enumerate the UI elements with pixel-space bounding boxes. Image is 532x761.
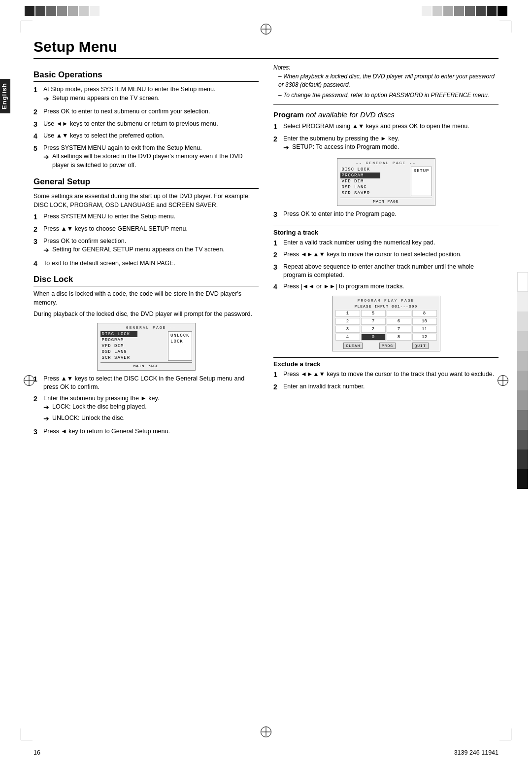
- program-steps: 1 Select PROGRAM using ▲▼ keys and press…: [273, 122, 499, 154]
- disc-lock-steps: 1 Press ▲▼ keys to select the DISC LOCK …: [33, 375, 259, 437]
- section-program: Program not available for DVD discs 1 Se…: [273, 110, 499, 219]
- notes-label: Notes:: [273, 64, 499, 71]
- program-play-screen: PROGRAM PLAY PAGE PLEASE INPUT 001---099…: [332, 296, 440, 351]
- section-disc-lock: Disc Lock When a disc is locked with a c…: [33, 275, 259, 437]
- notes-section: Notes: When playback a locked disc, the …: [273, 64, 499, 99]
- prog-cell: 2: [335, 318, 360, 325]
- step-num: 2: [33, 107, 40, 117]
- step-content: Press ◄ key to return to General Setup m…: [43, 427, 259, 437]
- calib-sq: [432, 6, 442, 16]
- step-num: 4: [273, 282, 280, 292]
- disc-lock-intro1: When a disc is locked with a code, the c…: [33, 290, 259, 307]
- disc-lock-intro2: During playback of the locked disc, the …: [33, 310, 259, 319]
- list-item: 3 Press OK to enter into the Program pag…: [273, 210, 499, 220]
- color-bar: [517, 430, 528, 450]
- menu-row-program: PROGRAM: [340, 173, 381, 178]
- prog-cell: 8: [387, 334, 411, 341]
- step-content: Press OK to confirm selection. ➔ Setting…: [43, 237, 259, 257]
- color-bar: [517, 292, 528, 311]
- calib-sq: [90, 6, 100, 16]
- crop-mark-bl: [21, 728, 33, 740]
- calib-sq: [46, 6, 56, 16]
- step-content: To exit to the default screen, select MA…: [43, 259, 259, 269]
- menu-row-program: PROGRAM: [100, 337, 138, 343]
- color-bar: [517, 371, 528, 390]
- page-footer: 16 3139 246 11941: [33, 749, 499, 756]
- step-content: Use ▲▼ keys to select the preferred opti…: [43, 132, 259, 141]
- menu-sub-col: UNLOCK LOCK: [168, 331, 192, 361]
- divider: [273, 357, 499, 358]
- step-content: Enter the submenu by pressing the ► key.…: [283, 135, 499, 154]
- color-bar: [517, 469, 528, 489]
- sub-row-setup: SETUP: [413, 168, 429, 174]
- list-item: 2 Press OK to enter to next submenu or c…: [33, 107, 259, 117]
- section-general-setup: General Setup Some settings are essentia…: [33, 177, 259, 269]
- arrow-item: ➔ LOCK: Lock the disc being played.: [43, 403, 259, 413]
- list-item: 1 At Stop mode, press SYSTEM MENU to ent…: [33, 85, 259, 105]
- storing-steps: 1 Enter a valid track number using the n…: [273, 239, 499, 292]
- color-bar: [517, 450, 528, 469]
- step-content: Use ◄► keys to enter the submenu or retu…: [43, 120, 259, 130]
- prog-cell: 3: [335, 326, 360, 333]
- section-exclude-track: Exclude a track 1 Press ◄►▲▼ keys to mov…: [273, 357, 499, 392]
- crosshair-bottom: [261, 726, 271, 737]
- color-bars-right: [517, 272, 528, 489]
- prog-cell: 2: [361, 326, 386, 333]
- disc-lock-menu-screen: -- GENERAL PAGE -- DISC LOCK PROGRAM VFD…: [97, 323, 196, 371]
- section-storing-track: Storing a track 1 Enter a valid track nu…: [273, 226, 499, 352]
- step-num: 5: [33, 144, 40, 172]
- menu-row-scr-saver: SCR SAVER: [340, 190, 381, 196]
- prog-cell: 12: [412, 334, 437, 341]
- prog-title: PROGRAM PLAY PAGE: [335, 298, 437, 303]
- list-item: 2 Enter the submenu by pressing the ► ke…: [273, 135, 499, 154]
- program-step3: 3 Press OK to enter into the Program pag…: [273, 210, 499, 220]
- step-num: 4: [33, 259, 40, 269]
- menu-row-vfd-dim: VFD DIM: [340, 178, 381, 184]
- step-num: 1: [33, 212, 40, 222]
- program-subtitle: not available for DVD discs: [306, 110, 395, 119]
- list-item: 2 Enter the submenu by pressing the ► ke…: [33, 394, 259, 425]
- note-item-2: To change the password, refer to option …: [273, 91, 499, 100]
- prog-cell: 5: [361, 310, 386, 317]
- step-num: 1: [33, 375, 40, 392]
- crosshair-top: [261, 24, 271, 35]
- step-content: Press ▲▼ keys to select the DISC LOCK in…: [43, 375, 259, 392]
- prog-input-label: PLEASE INPUT 001---099: [335, 304, 437, 309]
- calib-squares-left: [25, 6, 100, 16]
- arrow-icon: ➔: [283, 143, 289, 153]
- menu-main-sub: DISC LOCK PROGRAM VFD DIM OSD LANG SCR S…: [100, 331, 192, 361]
- list-item: 4 Press |◄◄ or ►►| to program more track…: [273, 282, 499, 292]
- step-num: 1: [273, 239, 280, 248]
- list-item: 2 Press ◄►▲▼ keys to move the cursor to …: [273, 250, 499, 260]
- step-num: 3: [33, 237, 40, 257]
- list-item: 1 Press SYSTEM MENU to enter the Setup m…: [33, 212, 259, 222]
- section-title-general-setup: General Setup: [33, 177, 259, 189]
- list-item: 3 Press OK to confirm selection. ➔ Setti…: [33, 237, 259, 257]
- program-title: Program: [273, 110, 304, 119]
- menu-main-sub: DISC LOCK PROGRAM VFD DIM OSD LANG SCR S…: [340, 167, 432, 196]
- menu-bottom: MAIN PAGE: [100, 362, 192, 368]
- list-item: 2 Press ▲▼ keys to choose GENERAL SETUP …: [33, 225, 259, 235]
- arrow-text: Setup menu appears on the TV screen.: [52, 94, 160, 103]
- step-num: 3: [33, 120, 40, 130]
- menu-main-col: DISC LOCK PROGRAM VFD DIM OSD LANG SCR S…: [340, 167, 381, 196]
- step-content: Press SYSTEM MENU to enter the Setup men…: [43, 212, 259, 222]
- color-bar: [517, 351, 528, 371]
- step-content: Enter the submenu by pressing the ► key.…: [43, 394, 259, 425]
- step-content: Select PROGRAM using ▲▼ keys and press O…: [283, 122, 499, 132]
- list-item: 3 Use ◄► keys to enter the submenu or re…: [33, 120, 259, 130]
- page-content: Setup Menu Basic Operations 1 At Stop mo…: [33, 38, 499, 727]
- prog-cell: 8: [412, 310, 437, 317]
- calib-bar-top: [25, 4, 507, 18]
- calib-sq: [68, 6, 78, 16]
- arrow-text: All settings will be stored in the DVD p…: [52, 152, 259, 170]
- list-item: 2 Enter an invalid track number.: [273, 382, 499, 392]
- menu-sub-col: SETUP: [411, 167, 432, 196]
- list-item: 4 To exit to the default screen, select …: [33, 259, 259, 269]
- prog-cell: 10: [412, 318, 437, 325]
- list-item: 5 Press SYSTEM MENU again to exit from t…: [33, 144, 259, 172]
- arrow-item: ➔ Setting for GENERAL SETUP menu appears…: [43, 245, 259, 255]
- prog-btn-quit: QUIT: [412, 343, 429, 349]
- step-num: 1: [273, 122, 280, 132]
- step-num: 1: [33, 85, 40, 105]
